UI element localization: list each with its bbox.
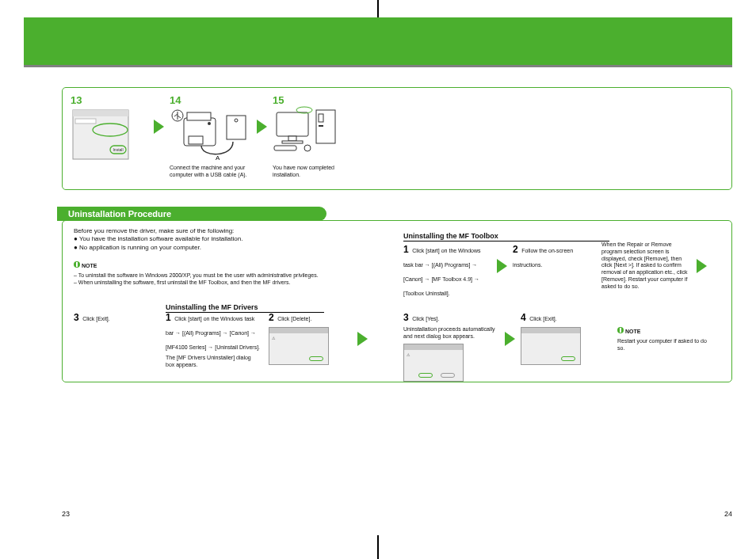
svg-rect-21: [274, 146, 296, 150]
svg-text:A: A: [216, 154, 220, 162]
bullet-2: ● No application is running on your comp…: [74, 244, 319, 252]
step-14-caption: Connect the machine and your computer wi…: [170, 165, 249, 179]
bullet-1: ● You have the installation software ava…: [74, 235, 319, 243]
step-14-illustration: A: [170, 106, 249, 162]
step-13-illustration: Install: [71, 106, 134, 169]
drivers-step-4-dialog: [521, 327, 608, 365]
drivers-step-4: 4 Click [Exit].: [521, 310, 608, 365]
note-label: NOTE: [82, 263, 97, 268]
drivers-arrow-2: [357, 332, 368, 349]
header-bar: [24, 17, 732, 65]
svg-rect-15: [288, 136, 296, 141]
step-15-caption: You have now completed installation.: [273, 165, 352, 179]
toolbox-note-right: When the Repair or Remove program select…: [601, 241, 689, 290]
drivers-step-3: 3 Click [Yes]. Uninstallation proceeds a…: [403, 310, 498, 382]
step-14-number: 14: [170, 94, 265, 106]
drivers-step3-sub: Uninstallation proceeds automatically an…: [403, 326, 498, 340]
svg-rect-16: [282, 141, 303, 143]
note-icon-2: [617, 327, 624, 333]
drivers-note: NOTE Restart your computer if asked to d…: [617, 322, 712, 352]
step-15-number: 15: [273, 94, 368, 106]
page-number-right: 24: [724, 510, 732, 518]
toolbox-step-2: 2 Follow the on-screen instructions.: [513, 241, 592, 270]
toolbox-arrow-1: [497, 259, 507, 276]
page-number-left: 23: [62, 510, 70, 518]
drivers-arrow-3: [505, 332, 515, 349]
svg-text:Install: Install: [113, 147, 123, 152]
svg-point-22: [304, 145, 311, 151]
step-14: 14 A Connect the machine and your comput…: [170, 94, 265, 179]
toolbox-heading: Uninstalling the MF Toolbox: [403, 227, 609, 241]
drivers-step-2: 2 Click [Delete]. ⚠: [269, 310, 356, 365]
step-15: 15 You have now completed installation.: [273, 94, 368, 179]
note-block: NOTE – To uninstall the software in Wind…: [74, 257, 319, 287]
arrow-14-15: [257, 120, 267, 137]
svg-rect-8: [189, 136, 203, 144]
page-root: 13 Install 14: [0, 0, 756, 559]
toolbox-arrow-2: [697, 259, 707, 276]
step-15-illustration: [273, 106, 344, 162]
drivers-step-2-dialog: ⚠: [269, 327, 356, 365]
svg-rect-14: [277, 112, 308, 136]
drivers-step-3-dialog: ⚠: [403, 344, 498, 382]
svg-rect-1: [73, 110, 128, 116]
header-bar-shadow: [24, 65, 732, 67]
toolbox-step-1: 1 Click [start] on the Windows task bar …: [403, 241, 491, 299]
drivers-step-1-sub: The [MF Drivers Uninstaller] dialog box …: [166, 355, 261, 369]
crop-mark-bottom: [377, 535, 379, 559]
arrow-13-14: [154, 120, 164, 137]
note-line-2: – When uninstalling the software, first …: [74, 280, 319, 287]
intro-line: Before you remove the driver, make sure …: [74, 227, 319, 235]
svg-rect-2: [75, 119, 96, 124]
drivers-step-1: 1 Click [start] on the Windows task bar …: [166, 310, 261, 369]
svg-rect-20: [319, 125, 323, 127]
install-steps-box: 13 Install 14: [62, 87, 732, 190]
toolbox-step-3: 3 Click [Exit].: [74, 310, 161, 324]
step-13-number: 13: [71, 94, 150, 106]
section-header: Uninstallation Procedure: [57, 207, 326, 221]
note-icon: [74, 261, 80, 268]
uninstall-box: Before you remove the driver, make sure …: [62, 220, 732, 382]
svg-rect-7: [187, 112, 211, 120]
pre-remove-notes: Before you remove the driver, make sure …: [74, 227, 319, 287]
note-line-1: – To uninstall the software in Windows 2…: [74, 272, 319, 280]
step-13: 13 Install: [71, 94, 150, 169]
svg-point-9: [208, 122, 211, 125]
svg-rect-19: [319, 114, 323, 122]
